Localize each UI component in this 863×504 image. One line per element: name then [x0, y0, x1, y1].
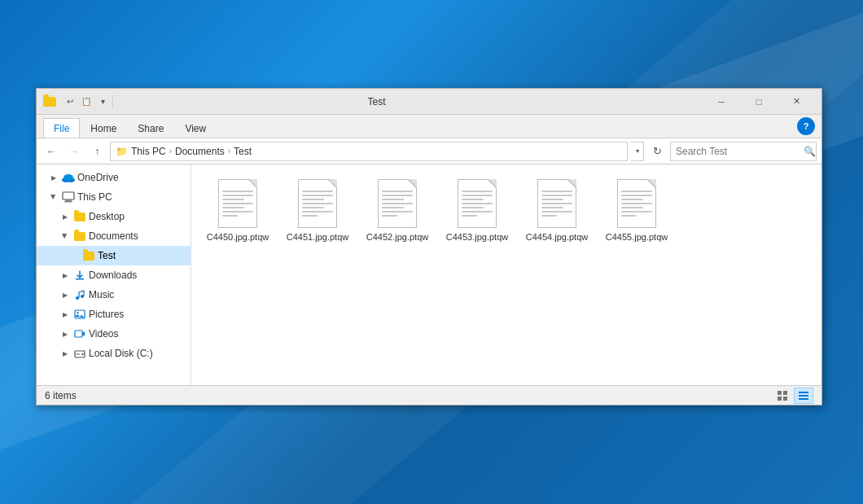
- expand-arrow-music[interactable]: ▶: [59, 289, 71, 300]
- svg-rect-3: [63, 192, 74, 199]
- file-item-5[interactable]: C4455.jpg.ptqw: [600, 174, 673, 248]
- sidebar-item-videos[interactable]: ▶ Videos: [37, 324, 191, 344]
- sidebar-item-documents[interactable]: ▶ Documents: [37, 226, 191, 246]
- svg-rect-16: [783, 391, 787, 395]
- sidebar: ▶ OneDrive ▶: [37, 164, 191, 385]
- desktop-folder-icon: [73, 210, 86, 223]
- svg-rect-5: [64, 201, 72, 203]
- tab-share[interactable]: Share: [127, 118, 174, 138]
- address-dropdown-button[interactable]: ▾: [631, 142, 644, 161]
- svg-rect-4: [65, 199, 72, 201]
- svg-point-10: [77, 312, 78, 313]
- path-chevron-2: ›: [228, 147, 230, 156]
- sidebar-label-local-disk: Local Disk (C:): [89, 348, 153, 359]
- address-icon: 📁: [116, 146, 128, 157]
- sidebar-item-downloads[interactable]: ▶ Downloads: [37, 265, 191, 285]
- sidebar-item-onedrive[interactable]: ▶ OneDrive: [37, 168, 191, 187]
- expand-arrow-local-disk[interactable]: ▶: [59, 348, 71, 359]
- view-list-button[interactable]: [773, 388, 792, 404]
- expand-arrow-downloads[interactable]: ▶: [59, 270, 71, 281]
- sidebar-label-downloads: Downloads: [89, 270, 137, 281]
- file-name-0: C4450.jpg.ptqw: [207, 231, 269, 243]
- path-part-test[interactable]: Test: [234, 146, 252, 157]
- forward-button[interactable]: →: [64, 142, 84, 161]
- svg-rect-15: [778, 391, 782, 395]
- svg-rect-17: [778, 397, 782, 401]
- file-item-3[interactable]: C4453.jpg.ptqw: [440, 174, 514, 248]
- close-button[interactable]: ✕: [778, 89, 815, 115]
- sidebar-label-desktop: Desktop: [89, 211, 125, 222]
- up-button[interactable]: ↑: [87, 142, 107, 161]
- sidebar-label-videos: Videos: [89, 328, 118, 340]
- file-name-2: C4452.jpg.ptqw: [366, 231, 428, 243]
- sidebar-item-music[interactable]: ▶ Music: [37, 285, 191, 305]
- sidebar-label-onedrive: OneDrive: [77, 172, 119, 183]
- expand-arrow-pictures[interactable]: ▶: [59, 309, 71, 320]
- search-box[interactable]: 🔍: [670, 142, 817, 161]
- expand-arrow-desktop[interactable]: ▶: [59, 211, 71, 222]
- item-count-label: 6 items: [45, 390, 77, 401]
- title-folder-icon: [43, 95, 56, 108]
- status-bar: 6 items: [37, 385, 821, 405]
- file-explorer-window: ↩ 📋 ▾ Test ─ □ ✕ File Home Share View ? …: [36, 88, 822, 405]
- path-part-thispc[interactable]: This PC: [131, 146, 166, 157]
- view-toggle-buttons: [773, 388, 813, 404]
- file-item-1[interactable]: C4451.jpg.ptqw: [281, 174, 354, 248]
- title-bar: ↩ 📋 ▾ Test ─ □ ✕: [37, 89, 821, 115]
- path-part-documents[interactable]: Documents: [175, 146, 225, 157]
- file-icon-3: [458, 179, 497, 228]
- sidebar-item-desktop[interactable]: ▶ Desktop: [37, 207, 191, 226]
- file-icon-2: [378, 179, 417, 228]
- documents-folder-icon: [73, 230, 86, 243]
- tab-file[interactable]: File: [43, 118, 80, 138]
- svg-rect-18: [783, 397, 787, 401]
- file-icon-0: [218, 179, 257, 228]
- search-input[interactable]: [671, 146, 803, 157]
- sidebar-label-music: Music: [89, 289, 114, 300]
- back-button[interactable]: ←: [42, 142, 61, 161]
- sidebar-item-this-pc[interactable]: ▶ This PC: [37, 187, 191, 207]
- view-detail-button[interactable]: [794, 388, 813, 404]
- svg-rect-19: [799, 392, 808, 393]
- file-icon-5: [617, 179, 656, 228]
- file-name-4: C4454.jpg.ptqw: [526, 231, 588, 243]
- window-title: Test: [50, 96, 703, 107]
- ribbon: File Home Share View ?: [37, 115, 821, 138]
- sidebar-label-pictures: Pictures: [89, 309, 124, 320]
- file-name-1: C4451.jpg.ptqw: [287, 231, 348, 243]
- file-icon-4: [537, 179, 576, 228]
- sidebar-item-pictures[interactable]: ▶ Pictures: [37, 305, 191, 324]
- music-icon: [73, 288, 86, 301]
- file-area: C4450.jpg.ptqw C4451.jpg: [191, 164, 821, 385]
- tab-home[interactable]: Home: [80, 118, 127, 138]
- file-name-3: C4453.jpg.ptqw: [446, 231, 508, 243]
- pc-icon: [62, 191, 75, 204]
- tab-view[interactable]: View: [174, 118, 217, 138]
- expand-arrow-onedrive[interactable]: ▶: [48, 172, 59, 183]
- sidebar-item-local-disk[interactable]: ▶ Local Disk (C:): [37, 344, 191, 363]
- file-item-4[interactable]: C4454.jpg.ptqw: [520, 174, 594, 248]
- file-item-2[interactable]: C4452.jpg.ptqw: [361, 174, 434, 248]
- svg-rect-6: [76, 278, 84, 280]
- svg-rect-20: [799, 395, 808, 397]
- pictures-icon: [73, 308, 86, 321]
- address-path[interactable]: 📁 This PC › Documents › Test: [110, 142, 628, 161]
- help-button[interactable]: ?: [797, 117, 815, 135]
- maximize-button[interactable]: □: [740, 89, 778, 115]
- file-name-5: C4455.jpg.ptqw: [606, 231, 668, 243]
- path-chevron-1: ›: [169, 147, 172, 156]
- sidebar-label-test: Test: [98, 250, 116, 261]
- hdd-icon: [73, 347, 86, 360]
- expand-arrow-this-pc[interactable]: ▶: [48, 191, 59, 203]
- onedrive-icon: [62, 171, 75, 184]
- search-submit-icon[interactable]: 🔍: [803, 142, 816, 161]
- refresh-button[interactable]: ↻: [647, 142, 667, 161]
- sidebar-label-this-pc: This PC: [77, 191, 112, 203]
- sidebar-item-test[interactable]: Test: [37, 246, 191, 265]
- expand-arrow-documents[interactable]: ▶: [59, 230, 71, 242]
- expand-arrow-videos[interactable]: ▶: [59, 328, 71, 340]
- file-icon-1: [298, 179, 337, 228]
- svg-rect-21: [799, 398, 808, 400]
- file-item-0[interactable]: C4450.jpg.ptqw: [201, 174, 274, 248]
- minimize-button[interactable]: ─: [703, 89, 740, 115]
